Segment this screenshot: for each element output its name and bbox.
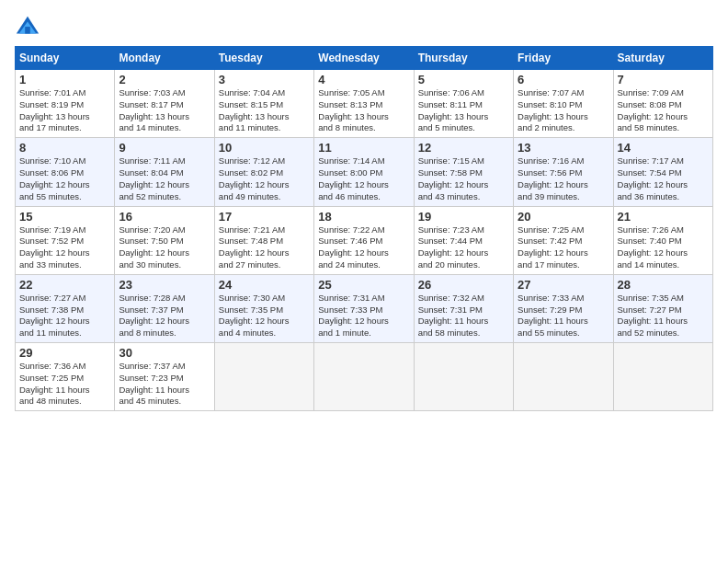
svg-rect-2 [25, 27, 30, 33]
day-cell: 29Sunrise: 7:36 AM Sunset: 7:25 PM Dayli… [16, 343, 115, 411]
logo-icon [15, 15, 40, 40]
day-cell [514, 343, 613, 411]
col-header-tuesday: Tuesday [214, 47, 313, 70]
day-info: Sunrise: 7:09 AM Sunset: 8:08 PM Dayligh… [618, 87, 709, 134]
day-number: 21 [618, 210, 709, 224]
day-info: Sunrise: 7:31 AM Sunset: 7:33 PM Dayligh… [318, 293, 409, 339]
day-number: 26 [418, 278, 509, 292]
day-info: Sunrise: 7:07 AM Sunset: 8:10 PM Dayligh… [518, 87, 609, 134]
day-number: 19 [418, 210, 509, 224]
day-number: 28 [618, 278, 709, 292]
day-cell: 12Sunrise: 7:15 AM Sunset: 7:58 PM Dayli… [414, 138, 513, 206]
day-cell: 28Sunrise: 7:35 AM Sunset: 7:27 PM Dayli… [613, 274, 712, 342]
day-cell: 17Sunrise: 7:21 AM Sunset: 7:48 PM Dayli… [214, 206, 313, 274]
day-number: 12 [418, 141, 509, 155]
day-cell: 4Sunrise: 7:05 AM Sunset: 8:13 PM Daylig… [314, 70, 414, 138]
day-cell: 19Sunrise: 7:23 AM Sunset: 7:44 PM Dayli… [414, 206, 513, 274]
day-info: Sunrise: 7:33 AM Sunset: 7:29 PM Dayligh… [518, 293, 609, 339]
day-number: 22 [19, 278, 110, 292]
day-info: Sunrise: 7:27 AM Sunset: 7:38 PM Dayligh… [19, 293, 110, 339]
week-row-2: 8Sunrise: 7:10 AM Sunset: 8:06 PM Daylig… [16, 138, 713, 206]
day-number: 9 [119, 141, 210, 155]
day-number: 20 [518, 210, 609, 224]
col-header-friday: Friday [514, 47, 613, 70]
page-container: SundayMondayTuesdayWednesdayThursdayFrid… [0, 0, 728, 419]
day-info: Sunrise: 7:28 AM Sunset: 7:37 PM Dayligh… [119, 293, 210, 339]
day-number: 16 [119, 210, 210, 224]
day-cell: 20Sunrise: 7:25 AM Sunset: 7:42 PM Dayli… [514, 206, 613, 274]
header-row: SundayMondayTuesdayWednesdayThursdayFrid… [16, 47, 713, 70]
week-row-1: 1Sunrise: 7:01 AM Sunset: 8:19 PM Daylig… [16, 70, 713, 138]
col-header-saturday: Saturday [613, 47, 712, 70]
day-info: Sunrise: 7:23 AM Sunset: 7:44 PM Dayligh… [418, 224, 509, 271]
day-cell: 10Sunrise: 7:12 AM Sunset: 8:02 PM Dayli… [214, 138, 313, 206]
day-info: Sunrise: 7:05 AM Sunset: 8:13 PM Dayligh… [318, 87, 409, 134]
day-cell: 14Sunrise: 7:17 AM Sunset: 7:54 PM Dayli… [613, 138, 712, 206]
day-number: 3 [219, 73, 310, 86]
calendar-table: SundayMondayTuesdayWednesdayThursdayFrid… [15, 46, 713, 411]
day-number: 25 [318, 278, 409, 292]
day-cell: 11Sunrise: 7:14 AM Sunset: 8:00 PM Dayli… [314, 138, 414, 206]
day-info: Sunrise: 7:30 AM Sunset: 7:35 PM Dayligh… [219, 293, 310, 339]
day-number: 2 [119, 73, 210, 86]
day-info: Sunrise: 7:19 AM Sunset: 7:52 PM Dayligh… [19, 224, 110, 271]
day-cell: 27Sunrise: 7:33 AM Sunset: 7:29 PM Dayli… [514, 274, 613, 342]
day-cell: 23Sunrise: 7:28 AM Sunset: 7:37 PM Dayli… [115, 274, 214, 342]
day-cell: 15Sunrise: 7:19 AM Sunset: 7:52 PM Dayli… [16, 206, 115, 274]
day-cell: 8Sunrise: 7:10 AM Sunset: 8:06 PM Daylig… [16, 138, 115, 206]
day-info: Sunrise: 7:26 AM Sunset: 7:40 PM Dayligh… [618, 224, 709, 271]
day-number: 7 [618, 73, 709, 86]
day-info: Sunrise: 7:03 AM Sunset: 8:17 PM Dayligh… [119, 87, 210, 134]
day-number: 18 [318, 210, 409, 224]
week-row-5: 29Sunrise: 7:36 AM Sunset: 7:25 PM Dayli… [16, 343, 713, 411]
day-cell [214, 343, 313, 411]
day-info: Sunrise: 7:01 AM Sunset: 8:19 PM Dayligh… [19, 87, 110, 134]
day-number: 24 [219, 278, 310, 292]
day-info: Sunrise: 7:16 AM Sunset: 7:56 PM Dayligh… [518, 155, 609, 202]
day-cell: 6Sunrise: 7:07 AM Sunset: 8:10 PM Daylig… [514, 70, 613, 138]
day-cell [314, 343, 414, 411]
day-info: Sunrise: 7:04 AM Sunset: 8:15 PM Dayligh… [219, 87, 310, 134]
day-number: 13 [518, 141, 609, 155]
day-info: Sunrise: 7:11 AM Sunset: 8:04 PM Dayligh… [119, 155, 210, 202]
day-cell [414, 343, 513, 411]
day-cell: 7Sunrise: 7:09 AM Sunset: 8:08 PM Daylig… [613, 70, 712, 138]
day-info: Sunrise: 7:22 AM Sunset: 7:46 PM Dayligh… [318, 224, 409, 271]
day-number: 17 [219, 210, 310, 224]
day-cell: 2Sunrise: 7:03 AM Sunset: 8:17 PM Daylig… [115, 70, 214, 138]
day-cell: 13Sunrise: 7:16 AM Sunset: 7:56 PM Dayli… [514, 138, 613, 206]
day-info: Sunrise: 7:36 AM Sunset: 7:25 PM Dayligh… [19, 361, 110, 408]
day-number: 4 [318, 73, 409, 86]
col-header-wednesday: Wednesday [314, 47, 414, 70]
day-cell: 21Sunrise: 7:26 AM Sunset: 7:40 PM Dayli… [613, 206, 712, 274]
day-number: 11 [318, 141, 409, 155]
day-cell: 1Sunrise: 7:01 AM Sunset: 8:19 PM Daylig… [16, 70, 115, 138]
logo [15, 15, 44, 40]
day-number: 8 [19, 141, 110, 155]
day-cell: 16Sunrise: 7:20 AM Sunset: 7:50 PM Dayli… [115, 206, 214, 274]
day-info: Sunrise: 7:21 AM Sunset: 7:48 PM Dayligh… [219, 224, 310, 271]
day-number: 15 [19, 210, 110, 224]
day-info: Sunrise: 7:12 AM Sunset: 8:02 PM Dayligh… [219, 155, 310, 202]
day-number: 6 [518, 73, 609, 86]
day-number: 1 [19, 73, 110, 86]
day-number: 14 [618, 141, 709, 155]
day-info: Sunrise: 7:14 AM Sunset: 8:00 PM Dayligh… [318, 155, 409, 202]
day-cell: 18Sunrise: 7:22 AM Sunset: 7:46 PM Dayli… [314, 206, 414, 274]
day-number: 23 [119, 278, 210, 292]
day-info: Sunrise: 7:10 AM Sunset: 8:06 PM Dayligh… [19, 155, 110, 202]
day-cell: 3Sunrise: 7:04 AM Sunset: 8:15 PM Daylig… [214, 70, 313, 138]
day-cell: 5Sunrise: 7:06 AM Sunset: 8:11 PM Daylig… [414, 70, 513, 138]
day-cell: 26Sunrise: 7:32 AM Sunset: 7:31 PM Dayli… [414, 274, 513, 342]
day-number: 27 [518, 278, 609, 292]
day-info: Sunrise: 7:06 AM Sunset: 8:11 PM Dayligh… [418, 87, 509, 134]
day-number: 30 [119, 346, 210, 360]
col-header-thursday: Thursday [414, 47, 513, 70]
week-row-4: 22Sunrise: 7:27 AM Sunset: 7:38 PM Dayli… [16, 274, 713, 342]
day-number: 10 [219, 141, 310, 155]
day-cell: 24Sunrise: 7:30 AM Sunset: 7:35 PM Dayli… [214, 274, 313, 342]
day-cell: 25Sunrise: 7:31 AM Sunset: 7:33 PM Dayli… [314, 274, 414, 342]
day-cell: 22Sunrise: 7:27 AM Sunset: 7:38 PM Dayli… [16, 274, 115, 342]
header [15, 15, 713, 40]
day-info: Sunrise: 7:32 AM Sunset: 7:31 PM Dayligh… [418, 293, 509, 339]
